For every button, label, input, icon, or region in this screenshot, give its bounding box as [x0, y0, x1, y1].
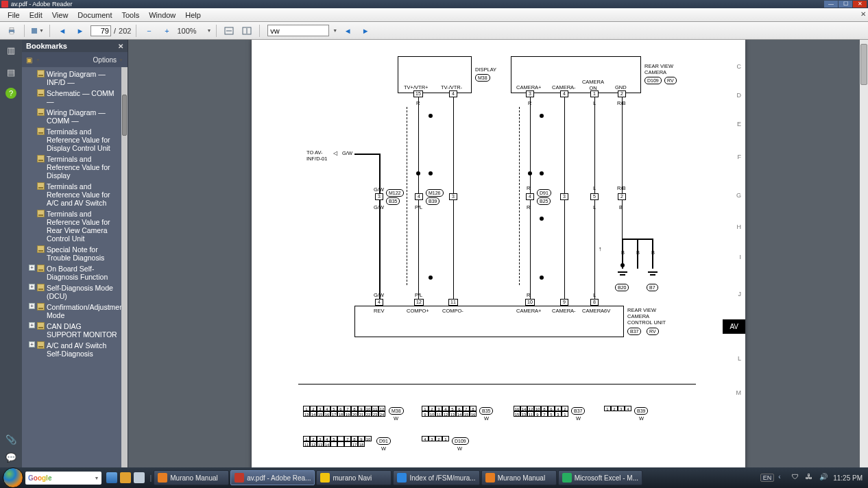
menu-file[interactable]: File [3, 10, 25, 21]
deskbar-dropdown-icon[interactable]: ▼ [94, 476, 99, 480]
menu-view[interactable]: View [47, 10, 73, 21]
bookmark-item[interactable]: Special Note for Trouble Diagnosis [22, 244, 119, 263]
deskbar-search-input[interactable] [53, 474, 92, 482]
comments-icon[interactable]: 💬 [5, 451, 17, 463]
taskbar-app-button[interactable]: Murano Manual [154, 470, 229, 485]
start-button[interactable] [3, 467, 23, 488]
clock[interactable]: 11:25 PM [833, 474, 863, 482]
zoom-out-icon[interactable]: − [141, 24, 156, 38]
pages-panel-icon[interactable]: ▥ [5, 44, 17, 56]
zoom-dropdown-icon[interactable]: ▼ [206, 28, 211, 33]
connector-cell: 2 [611, 406, 618, 411]
bookmarks-options-button[interactable]: Options▼ [93, 56, 123, 64]
taskbar-app-button[interactable]: Murano Manual [481, 470, 557, 485]
next-page-icon[interactable]: ► [73, 24, 88, 38]
menu-tools[interactable]: Tools [117, 10, 145, 21]
zoom-in-icon[interactable]: + [159, 24, 174, 38]
document-scrollbar-vertical[interactable] [860, 40, 868, 467]
network-icon[interactable]: 🖧 [806, 473, 815, 483]
wire-color: R [527, 292, 530, 298]
connector-cell: 5 [548, 411, 555, 417]
prev-page-icon[interactable]: ◄ [55, 24, 70, 38]
bookmark-item[interactable]: Terminals and Reference Value for Displa… [22, 126, 119, 154]
bookmarks-panel-icon[interactable]: ▤ [5, 66, 17, 78]
conn-sub: W [484, 415, 489, 422]
connector-cell: 5 [330, 406, 337, 411]
conn-label: B25 [537, 197, 551, 205]
menu-document[interactable]: Document [73, 10, 117, 21]
menu-window[interactable]: Window [144, 10, 180, 21]
separator-line [298, 384, 696, 385]
save-icon[interactable]: ▼ [29, 24, 45, 38]
page-number-input[interactable] [91, 25, 111, 36]
bookmark-item[interactable]: Terminals and Reference Value for A/C an… [22, 181, 119, 208]
fit-page-icon[interactable] [239, 24, 254, 38]
conn-label: B39 [426, 197, 439, 205]
bookmark-label: On Board Self-Diagnosis Function [47, 265, 117, 281]
tray-icon[interactable]: 🛡 [792, 473, 801, 483]
bookmarks-scrollbar[interactable] [121, 67, 128, 467]
quick-launch-icon[interactable] [120, 472, 131, 483]
show-desktop-icon[interactable] [106, 472, 117, 483]
taskbar-app-button[interactable]: murano Navi [316, 470, 391, 485]
ground-icon [648, 271, 658, 273]
search-dropdown-icon[interactable]: ▼ [333, 28, 337, 33]
menu-help[interactable]: Help [180, 10, 206, 21]
connector-cell: 15 [463, 411, 470, 417]
search-input[interactable] [267, 25, 329, 36]
grid-letter: M [736, 389, 742, 396]
bookmarks-close-icon[interactable]: ✕ [118, 42, 123, 50]
window-close-button[interactable]: ✕ [853, 1, 867, 8]
print-icon[interactable] [4, 24, 19, 38]
conn-label: D91 [376, 437, 391, 445]
find-prev-icon[interactable]: ◄ [340, 24, 355, 38]
menu-edit[interactable]: Edit [25, 10, 47, 21]
taskbar-app-button[interactable]: Microsoft Excel - M... [558, 470, 642, 485]
expand-icon[interactable]: + [29, 322, 35, 328]
bookmark-item[interactable]: Terminals and Reference Value for Displa… [22, 154, 119, 181]
wire-shield [519, 107, 520, 285]
junction-dot [540, 217, 544, 221]
bookmark-icon-dropdown[interactable]: ▼ [36, 58, 40, 62]
connector-cell: 8 [470, 406, 477, 411]
bookmark-item[interactable]: Wiring Diagram — INF/D — [22, 69, 119, 88]
bookmark-item[interactable]: +CAN DIAG SUPPORT MONITOR [22, 321, 119, 340]
taskbar-app-button[interactable]: av.pdf - Adobe Rea... [230, 470, 315, 485]
expand-icon[interactable]: + [29, 265, 35, 271]
quick-launch [104, 472, 147, 483]
new-bookmark-icon[interactable]: ▣ [26, 56, 32, 64]
fit-width-icon[interactable] [221, 24, 237, 38]
bookmark-item[interactable]: +Confirmation/Adjustment Mode [22, 302, 119, 321]
bookmark-item[interactable]: +On Board Self-Diagnosis Function [22, 263, 119, 282]
bookmark-item[interactable]: +A/C and AV Switch Self-Diagnosis [22, 340, 119, 359]
window-maximize-button[interactable]: ☐ [839, 1, 852, 8]
quick-launch-icon[interactable] [134, 472, 145, 483]
document-viewport[interactable]: C D E F G H I J L M DISPLAY M38 REAR VIE… [128, 40, 868, 467]
connector-cell: 7 [344, 406, 351, 411]
taskbar-separator: | [149, 474, 152, 482]
help-icon[interactable]: ? [5, 88, 16, 99]
language-indicator[interactable]: EN [760, 474, 775, 482]
junction-dot [528, 171, 532, 175]
deskbar-google-search[interactable]: Google ▼ [25, 472, 101, 485]
conn-label: D109 [452, 437, 469, 445]
bookmark-item[interactable]: +Self-Diagnosis Mode (DCU) [22, 282, 119, 302]
expand-icon[interactable]: + [29, 284, 35, 290]
tray-expand-icon[interactable]: ‹ [778, 473, 788, 483]
volume-icon[interactable]: 🔊 [819, 473, 829, 483]
expand-icon[interactable]: + [29, 341, 35, 347]
pin-label: CAMERA- [552, 84, 576, 90]
document-close-icon[interactable]: ✕ [860, 10, 866, 18]
expand-icon[interactable]: + [29, 303, 35, 309]
bookmark-item[interactable]: Schematic — COMM — [22, 88, 119, 107]
bookmark-item[interactable]: Wiring Diagram — COMM — [22, 107, 119, 126]
rearview-conn-top-a: D109 [644, 77, 662, 84]
window-minimize-button[interactable]: — [824, 1, 838, 8]
wire-color: G/W [374, 292, 384, 298]
conn-sub: W [639, 415, 644, 422]
attachment-icon[interactable]: 📎 [5, 433, 17, 446]
taskbar-app-button[interactable]: Index of /FSM/mura... [393, 470, 479, 485]
grid-letter: E [737, 121, 741, 127]
find-next-icon[interactable]: ► [358, 24, 373, 38]
bookmark-item[interactable]: Terminals and Reference Value for Rear V… [22, 208, 119, 244]
